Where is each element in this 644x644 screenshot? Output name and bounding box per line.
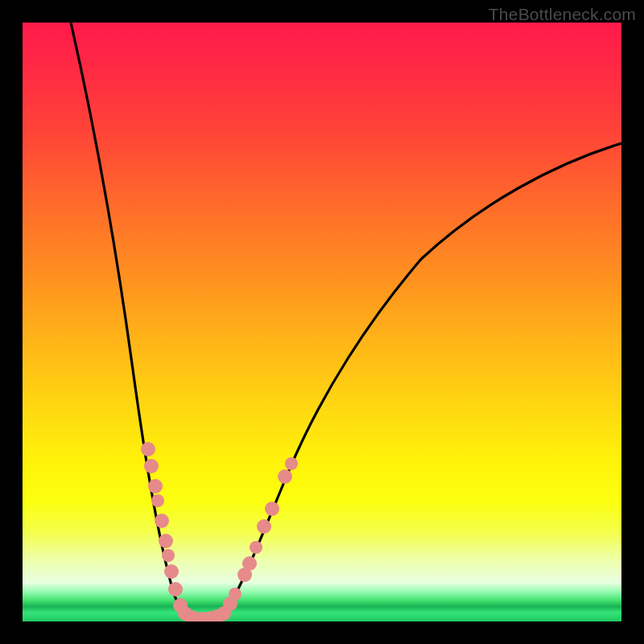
svg-point-21 — [250, 541, 262, 554]
dot-cluster-right — [223, 457, 298, 611]
svg-point-23 — [265, 502, 279, 516]
plot-area — [23, 23, 621, 621]
svg-point-22 — [257, 519, 271, 534]
svg-point-1 — [144, 459, 159, 473]
svg-point-20 — [242, 556, 257, 571]
svg-point-8 — [168, 582, 183, 597]
svg-point-2 — [148, 479, 163, 493]
chart-frame: TheBottleneck.com — [0, 0, 644, 644]
svg-point-3 — [151, 494, 164, 507]
svg-point-24 — [278, 469, 292, 484]
svg-point-25 — [285, 457, 298, 470]
svg-point-4 — [155, 514, 169, 528]
svg-point-0 — [141, 442, 155, 456]
bottleneck-curve — [23, 23, 621, 621]
svg-point-18 — [229, 588, 242, 601]
dot-cluster-valley — [173, 598, 231, 621]
dot-cluster-left — [141, 442, 183, 597]
svg-point-7 — [164, 564, 179, 579]
svg-point-5 — [159, 534, 173, 548]
watermark-text: TheBottleneck.com — [489, 5, 636, 24]
svg-point-6 — [162, 549, 175, 562]
curve-path — [71, 23, 621, 620]
